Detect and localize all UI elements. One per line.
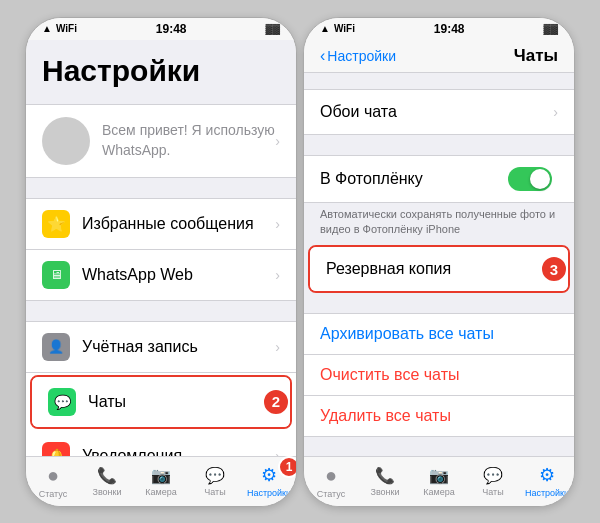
section-group-1: ⭐ Избранные сообщения › 🖥 WhatsApp Web › <box>26 198 296 301</box>
tab-camera-label: Камера <box>145 487 176 497</box>
tab-status[interactable]: ● Статус <box>26 464 80 499</box>
right-time-display: 19:48 <box>434 22 465 36</box>
backup-label: Резервная копия <box>326 260 547 278</box>
right-tab-settings-icon: ⚙ <box>539 464 555 486</box>
tab-calls-label: Звонки <box>92 487 121 497</box>
photo-section: В Фотоплёнку Автоматически сохранять пол… <box>304 155 574 246</box>
photo-toggle[interactable] <box>508 167 552 191</box>
whatsapp-web-chevron: › <box>275 267 280 283</box>
wallpaper-chevron: › <box>553 104 558 120</box>
page-title: Настройки <box>26 40 296 94</box>
tab-settings[interactable]: ⚙ Настройки 1 <box>242 464 296 498</box>
list-item-photo[interactable]: В Фотоплёнку <box>304 156 574 202</box>
section-group-2: 👤 Учётная запись › 💬 Чаты › <box>26 321 296 456</box>
list-item-whatsapp-web[interactable]: 🖥 WhatsApp Web › <box>26 250 296 300</box>
right-tab-chats-icon: 💬 <box>483 466 503 485</box>
tab-chats[interactable]: 💬 Чаты <box>188 466 242 497</box>
account-chevron: › <box>275 339 280 355</box>
left-phone: ▲ WiFi 19:48 ▓▓ Настройки Всем привет! Я… <box>25 17 297 507</box>
action-clear[interactable]: Очистить все чаты <box>304 355 574 396</box>
battery-icon: ▓▓ <box>265 23 280 34</box>
right-tab-status[interactable]: ● Статус <box>304 464 358 499</box>
list-item-account[interactable]: 👤 Учётная запись › <box>26 322 296 373</box>
step-1-badge: 1 <box>278 456 297 478</box>
tab-camera-icon: 📷 <box>151 466 171 485</box>
account-icon: 👤 <box>42 333 70 361</box>
wifi-icon: WiFi <box>56 23 77 34</box>
chats-icon: 💬 <box>48 388 76 416</box>
time-display: 19:48 <box>156 22 187 36</box>
right-status-left: ▲ WiFi <box>320 23 355 34</box>
tab-calls-icon: 📞 <box>97 466 117 485</box>
right-tab-status-label: Статус <box>317 489 345 499</box>
favorites-label: Избранные сообщения <box>82 215 275 233</box>
right-tab-chats[interactable]: 💬 Чаты <box>466 466 520 497</box>
nav-back-button[interactable]: ‹ Настройки <box>320 47 396 65</box>
wallpaper-section: Обои чата › <box>304 89 574 135</box>
notifications-chevron: › <box>275 448 280 456</box>
right-tab-chats-label: Чаты <box>482 487 503 497</box>
favorites-icon: ⭐ <box>42 210 70 238</box>
tab-camera[interactable]: 📷 Камера <box>134 466 188 497</box>
avatar <box>42 117 90 165</box>
section-list-1: ⭐ Избранные сообщения › 🖥 WhatsApp Web › <box>26 198 296 301</box>
step-2-badge: 2 <box>262 388 290 416</box>
list-item-favorites[interactable]: ⭐ Избранные сообщения › <box>26 199 296 250</box>
back-label: Настройки <box>327 48 396 64</box>
right-tab-calls[interactable]: 📞 Звонки <box>358 466 412 497</box>
right-tab-camera[interactable]: 📷 Камера <box>412 466 466 497</box>
notifications-label: Уведомления <box>82 447 275 456</box>
backup-highlight-box: Резервная копия › <box>308 245 570 293</box>
profile-text: Всем привет! Я использую WhatsApp. <box>102 121 275 160</box>
right-content: Обои чата › В Фотоплёнку Автоматически с… <box>304 73 574 456</box>
right-signal-icon: ▲ <box>320 23 330 34</box>
right-tab-camera-icon: 📷 <box>429 466 449 485</box>
tab-settings-icon: ⚙ <box>261 464 277 486</box>
account-label: Учётная запись <box>82 338 275 356</box>
profile-chevron-icon: › <box>275 133 280 149</box>
photo-list: В Фотоплёнку <box>304 155 574 203</box>
step-3-badge: 3 <box>540 255 568 283</box>
wallpaper-label: Обои чата <box>320 103 553 121</box>
right-status-bar: ▲ WiFi 19:48 ▓▓ <box>304 18 574 40</box>
right-phone: ▲ WiFi 19:48 ▓▓ ‹ Настройки Чаты Обои ча… <box>303 17 575 507</box>
favorites-chevron: › <box>275 216 280 232</box>
wallpaper-list: Обои чата › <box>304 89 574 135</box>
tab-status-label: Статус <box>39 489 67 499</box>
tab-chats-icon: 💬 <box>205 466 225 485</box>
chats-row-wrapper: 💬 Чаты › 2 <box>26 375 296 429</box>
list-item-wallpaper[interactable]: Обои чата › <box>304 90 574 134</box>
list-item-backup[interactable]: Резервная копия › <box>310 247 568 291</box>
right-tab-calls-label: Звонки <box>370 487 399 497</box>
tab-status-icon: ● <box>47 464 59 487</box>
whatsapp-web-label: WhatsApp Web <box>82 266 275 284</box>
section-list-2: 👤 Учётная запись › 💬 Чаты › <box>26 321 296 456</box>
right-tab-status-icon: ● <box>325 464 337 487</box>
right-tab-settings[interactable]: ⚙ Настройки <box>520 464 574 498</box>
left-tab-bar: ● Статус 📞 Звонки 📷 Камера 💬 Чаты ⚙ Наст… <box>26 456 296 506</box>
whatsapp-web-icon: 🖥 <box>42 261 70 289</box>
actions-section: Архивировать все чаты Очистить все чаты … <box>304 313 574 437</box>
photo-label: В Фотоплёнку <box>320 170 508 188</box>
action-delete[interactable]: Удалить все чаты <box>304 396 574 436</box>
tab-calls[interactable]: 📞 Звонки <box>80 466 134 497</box>
tab-chats-label: Чаты <box>204 487 225 497</box>
back-chevron-icon: ‹ <box>320 47 325 65</box>
profile-row[interactable]: Всем привет! Я использую WhatsApp. › <box>26 104 296 178</box>
chats-label: Чаты <box>88 393 269 411</box>
left-content: Настройки Всем привет! Я использую Whats… <box>26 40 296 456</box>
right-status-icons-right: ▓▓ <box>543 23 558 34</box>
nav-title: Чаты <box>514 46 558 66</box>
action-archive[interactable]: Архивировать все чаты <box>304 314 574 355</box>
backup-row-wrapper: Резервная копия › 3 <box>304 245 574 293</box>
list-item-chats[interactable]: 💬 Чаты › <box>32 377 290 427</box>
photo-note: Автоматически сохранять полученные фото … <box>304 203 574 246</box>
tab-settings-label: Настройки <box>247 488 291 498</box>
list-item-notifications[interactable]: 🔔 Уведомления › <box>26 431 296 456</box>
right-wifi-icon: WiFi <box>334 23 355 34</box>
right-battery-icon: ▓▓ <box>543 23 558 34</box>
signal-icon: ▲ <box>42 23 52 34</box>
right-tab-bar: ● Статус 📞 Звонки 📷 Камера 💬 Чаты ⚙ Наст… <box>304 456 574 506</box>
right-nav-bar: ‹ Настройки Чаты <box>304 40 574 73</box>
left-status-bar: ▲ WiFi 19:48 ▓▓ <box>26 18 296 40</box>
